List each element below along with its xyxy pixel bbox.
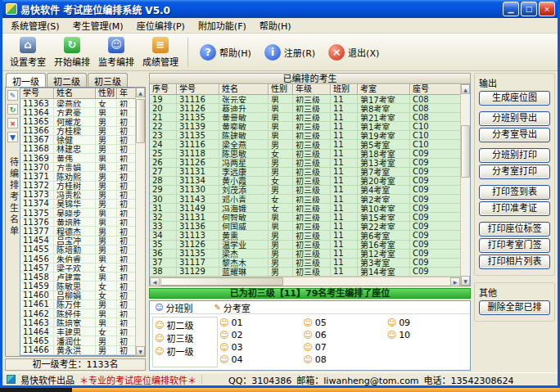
print-button[interactable]: 分班别打印	[479, 148, 550, 163]
table-row[interactable]: 11461 陈万仹 男 初	[20, 300, 135, 309]
column-header[interactable]: 年	[117, 88, 135, 99]
scrollbar-thumb[interactable]	[461, 125, 470, 178]
strip-tool-icon[interactable]: ▼	[7, 132, 18, 142]
filter-by-class[interactable]: ☺ 分班别	[155, 301, 192, 314]
table-row[interactable]: 11460 吕柳娟 女 初	[20, 291, 135, 300]
table-row[interactable]: 38 31129 蓝耀琳 男 初三级 11 第14考室 C09	[150, 268, 460, 277]
column-header[interactable]: 学号	[177, 84, 219, 95]
room-item[interactable]: ☺ 07	[303, 341, 383, 354]
close-button[interactable]: ×	[539, 2, 555, 16]
print-button[interactable]: 分考室打印	[479, 164, 550, 179]
table-row[interactable]: 26 31126 冯两星 男 初三级 11 第13考室 C09	[150, 159, 460, 168]
menu-item[interactable]: 考生管理(M)	[66, 17, 130, 34]
table-row[interactable]: 31 31149 冯海娥 女 初三级 11 第10考室 C09	[150, 204, 460, 213]
class-item[interactable]: ☺ 初三级	[155, 332, 215, 344]
print-button[interactable]: 打印座位标签	[479, 222, 550, 237]
strip-tool-icon[interactable]: ↻	[7, 104, 18, 115]
table-row[interactable]: 27 31131 李远康 男 初三级 11 第7考室 C09	[150, 168, 460, 177]
table-row[interactable]: 32 31131 何智敏 男 初三级 11 第15考室 C09	[150, 213, 460, 222]
print-button[interactable]: 打印签到表	[479, 185, 550, 200]
strip-tool-icon[interactable]: ✎	[7, 90, 18, 101]
table-row[interactable]: 20 31126 蔡迪升 男 初三级 11 第8考室 C08	[150, 104, 460, 113]
column-header[interactable]: 座号	[410, 84, 460, 95]
pending-table-scrollbar[interactable]: ▲ ▼	[135, 88, 145, 356]
menu-item[interactable]: 附加功能(F)	[192, 17, 253, 34]
grade-tab[interactable]: 初二级	[47, 73, 87, 87]
table-row[interactable]: 11371 陈劝熙 男 初	[20, 172, 135, 181]
column-header[interactable]: 班别	[331, 84, 358, 95]
table-row[interactable]: 11368 林建忠 男 初	[20, 145, 135, 154]
table-row[interactable]: 23 31135 陈建敏 男 初三级 11 第19考室 C10	[150, 131, 460, 140]
table-row[interactable]: 21 31135 黄景敏 男 初三级 11 第21考室 C08	[150, 113, 460, 122]
toolbar-button[interactable]: × 退出(X)	[322, 35, 386, 70]
scrollbar-track[interactable]	[136, 97, 145, 346]
maximize-button[interactable]: □	[521, 2, 537, 16]
toolbar-button[interactable]: ? 帮助(H)	[193, 35, 258, 70]
print-button[interactable]: 打印相片列表	[479, 255, 550, 269]
scroll-down-icon[interactable]: ▼	[461, 276, 470, 286]
generate-seat-map-button[interactable]: 生成座位图	[479, 91, 550, 106]
table-row[interactable]: 33 31136 何国威 男 初三级 11 第22考室 C09	[150, 222, 460, 231]
room-item[interactable]: ☺ 05	[303, 317, 383, 329]
room-item[interactable]: ☺ 10	[387, 329, 467, 341]
class-item[interactable]: ☺ 初二级	[155, 319, 215, 331]
table-row[interactable]: 11462 陈经佳 男 初	[20, 309, 135, 318]
table-row[interactable]: 11456 朱伯睿 男 初	[20, 255, 135, 264]
table-row[interactable]: 11457 梁子欢 女 初	[20, 264, 135, 273]
room-item[interactable]: ☺ 03	[219, 341, 300, 354]
table-row[interactable]: 36 31135 梁杰 男 初三级 11 第12考室 C09	[150, 250, 460, 259]
minimize-button[interactable]: ▁	[503, 2, 519, 16]
menu-item[interactable]: 系统管理(S)	[4, 17, 66, 34]
table-row[interactable]: 11364 方君豪 男 初	[20, 108, 135, 117]
class-item[interactable]: ☺ 初一级	[155, 345, 215, 357]
menu-item[interactable]: 座位编排(P)	[130, 17, 192, 34]
print-button[interactable]: 打印准考证	[479, 201, 550, 216]
table-row[interactable]: 25 31118 陈思敏 女 初三级 11 第18考室 C09	[150, 150, 460, 159]
table-row[interactable]: 11366 方桂樑 男 初	[20, 127, 135, 136]
table-row[interactable]: 11464 丰建思 女 初	[20, 327, 135, 336]
column-header[interactable]: 序号	[150, 84, 177, 95]
delete-all-arranged-button[interactable]: 删除全部已排	[479, 300, 550, 315]
table-row[interactable]: 11459 陈敏思 女 初	[20, 282, 135, 291]
menu-item[interactable]: 帮助(H)	[253, 17, 298, 34]
table-row[interactable]: 11454 吕宝冲 男 初	[20, 237, 135, 246]
print-button[interactable]: 打印考室门签	[479, 238, 550, 253]
column-header[interactable]: 学号	[20, 88, 54, 99]
table-row[interactable]: 11372 方桂树 男 初	[20, 182, 135, 191]
column-header[interactable]: 性别	[269, 84, 293, 95]
table-row[interactable]: 11374 吴锦华 男 初	[20, 200, 135, 209]
room-item[interactable]: ☺ 08	[303, 354, 383, 366]
room-item[interactable]: ☺ 04	[219, 354, 300, 366]
arranged-table-hscrollbar[interactable]: ◀ ▶	[150, 277, 460, 286]
table-row[interactable]: 11466 黄永洪 男 初	[20, 346, 135, 355]
scroll-up-icon[interactable]: ▲	[136, 88, 145, 97]
table-row[interactable]: 11373 冯贵松 男 初	[20, 191, 135, 200]
table-row[interactable]: 11365 何耀龙 男 初	[20, 117, 135, 126]
scrollbar-track[interactable]	[461, 94, 470, 276]
table-row[interactable]: 30 31143 邓小青 女 初三级 11 第2考室 C09	[150, 195, 460, 204]
arranged-table-scrollbar[interactable]: ▲ ▼	[460, 84, 470, 286]
table-row[interactable]: 11377 程德杰 男 初	[20, 227, 135, 236]
table-row[interactable]: 28 31134 黄小霞 女 初三级 11 第20考室 C09	[150, 177, 460, 186]
room-item[interactable]: ☺ 09	[387, 317, 467, 329]
toolbar-button[interactable]: ≡ 成绩管理	[138, 35, 183, 70]
scroll-right-icon[interactable]: ▶	[450, 277, 460, 286]
room-item[interactable]: ☺ 02	[219, 329, 300, 341]
table-row[interactable]: 11458 卢建富 男 初	[20, 273, 135, 282]
table-row[interactable]: 11363 梁燕欣 女 初	[20, 99, 135, 108]
column-header[interactable]: 性别	[96, 88, 117, 99]
scroll-down-icon[interactable]: ▼	[136, 346, 145, 356]
strip-tool-icon[interactable]: ×	[7, 118, 18, 128]
table-row[interactable]: 29 31130 刘茂添 男 初三级 11 第4考室 C09	[150, 186, 460, 195]
grade-tab[interactable]: 初三级	[88, 73, 128, 87]
table-row[interactable]: 34 31113 黄熏 男 初三级 11 第6考室 C09	[150, 231, 460, 240]
filter-by-room[interactable]: ✎ 分考室	[214, 301, 250, 314]
toolbar-button[interactable]: i 注册(R)	[258, 35, 322, 70]
table-row[interactable]: 11376 黄培胜 男 初	[20, 218, 135, 227]
scrollbar-track[interactable]	[160, 277, 450, 286]
table-row[interactable]: 11463 陈培宽 男 初	[20, 318, 135, 327]
table-row[interactable]: 11370 方贵娟 男 初	[20, 163, 135, 172]
column-header[interactable]: 年级	[293, 84, 331, 95]
column-header[interactable]: 考室	[358, 84, 410, 95]
grade-tab[interactable]: 初一级	[6, 73, 46, 87]
